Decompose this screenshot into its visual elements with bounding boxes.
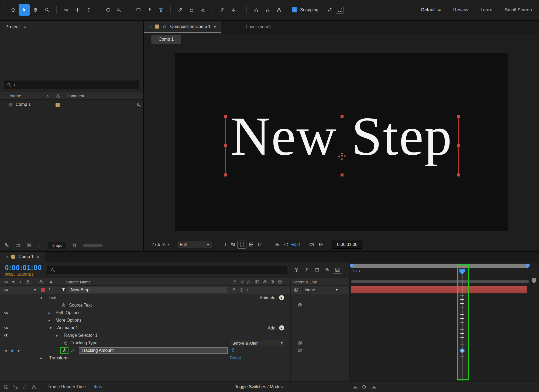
selection-handle[interactable] bbox=[457, 144, 460, 147]
property-group-animator1[interactable]: ▾ Animator 1 Add: ▶ bbox=[0, 324, 349, 332]
work-area-bar[interactable] bbox=[351, 264, 529, 268]
add-menu[interactable]: Add: ▶ bbox=[268, 325, 284, 331]
sort-asc-icon[interactable]: ▲ bbox=[46, 94, 49, 97]
column-name[interactable]: Name bbox=[10, 93, 21, 98]
timeline-zoom-slider[interactable] bbox=[362, 385, 366, 388]
video-column-icon[interactable] bbox=[4, 279, 9, 285]
in-out-panes-icon[interactable] bbox=[22, 384, 27, 389]
fx-header-icon[interactable]: fx bbox=[247, 280, 250, 284]
project-item-comp1[interactable]: Comp 1 bbox=[0, 101, 143, 109]
close-icon[interactable]: × bbox=[6, 254, 8, 259]
column-comment[interactable]: Comment bbox=[67, 93, 84, 98]
frame-blending-icon[interactable] bbox=[312, 266, 321, 274]
graph-editor-icon[interactable] bbox=[333, 266, 342, 274]
lock-column-icon[interactable] bbox=[25, 279, 30, 285]
tab-title[interactable]: Composition Comp 1 bbox=[170, 24, 210, 29]
next-keyframe-icon[interactable]: ▶ bbox=[18, 349, 20, 352]
new-folder-icon[interactable] bbox=[15, 243, 20, 248]
resolution-menu[interactable]: Full ▾ bbox=[176, 241, 212, 248]
reset-exposure-icon[interactable] bbox=[281, 241, 291, 249]
layer-visibility-icon[interactable] bbox=[4, 287, 9, 292]
hand-tool[interactable] bbox=[30, 4, 41, 16]
selection-handle[interactable] bbox=[457, 115, 460, 118]
fast-previews-icon[interactable] bbox=[219, 241, 228, 249]
selection-handle[interactable] bbox=[341, 174, 344, 176]
comp-selector-tab[interactable]: Comp 1 bbox=[151, 35, 181, 44]
property-row-tracking-amount[interactable]: ◀ ◆ ▶ Tracking Amount 0 @ bbox=[0, 347, 349, 354]
group-expander-icon[interactable]: ▾ bbox=[40, 296, 42, 300]
selection-handle[interactable] bbox=[341, 115, 344, 118]
layer-row[interactable]: ▾ 1 T New Step / @ None ▾ bbox=[0, 286, 349, 294]
group-label[interactable]: Path Options bbox=[56, 310, 81, 315]
view-layout-icon[interactable] bbox=[256, 241, 265, 249]
threed-header-icon[interactable] bbox=[277, 279, 283, 285]
home-tool[interactable] bbox=[7, 4, 19, 16]
property-pickwhip-icon[interactable]: @ bbox=[298, 340, 302, 346]
project-item-name[interactable]: Comp 1 bbox=[16, 102, 31, 107]
brush-tool[interactable] bbox=[174, 4, 186, 16]
solo-column-icon[interactable]: ● bbox=[19, 280, 21, 283]
property-row-source-text[interactable]: Source Text @ bbox=[0, 301, 349, 309]
time-navigator-bar[interactable] bbox=[351, 280, 529, 283]
property-row-tracking-type[interactable]: Tracking Type Before & After ▾ @ bbox=[0, 339, 349, 347]
group-label[interactable]: Transform bbox=[49, 356, 68, 360]
tracking-type-select[interactable]: Before & After ▾ bbox=[230, 340, 285, 346]
selection-tool[interactable] bbox=[19, 4, 30, 16]
label-color-chip[interactable] bbox=[56, 103, 60, 107]
property-label-selected[interactable]: Tracking Amount bbox=[79, 347, 228, 354]
label-column-icon[interactable] bbox=[39, 279, 44, 285]
grid-guides-icon[interactable] bbox=[246, 241, 256, 249]
toggle-switches-modes-button[interactable]: Toggle Switches / Modes bbox=[235, 384, 283, 389]
group-expander-icon[interactable]: ▸ bbox=[49, 311, 50, 315]
draft-3d-icon[interactable] bbox=[292, 266, 301, 274]
property-group-text[interactable]: ▾ Text Animate: ▶ bbox=[0, 294, 349, 301]
pan-camera-tool[interactable] bbox=[72, 4, 83, 16]
layer-label-color[interactable] bbox=[41, 288, 45, 292]
axis-view-tool[interactable] bbox=[273, 4, 284, 16]
add-keyframe-icon[interactable]: ◆ bbox=[11, 348, 14, 353]
column-parent-link[interactable]: Parent & Link bbox=[293, 280, 317, 284]
region-of-interest-icon[interactable] bbox=[237, 241, 246, 249]
snapping-control[interactable]: ✓ Snapping bbox=[292, 7, 318, 12]
workspace-menu-icon[interactable]: ≡ bbox=[438, 7, 441, 13]
composition-viewport[interactable]: New Step bbox=[175, 53, 508, 231]
layer-shy-icon[interactable] bbox=[231, 287, 236, 292]
axis-world-tool[interactable] bbox=[262, 4, 273, 16]
layer-quality-icon[interactable]: / bbox=[247, 287, 248, 292]
transform-reset-link[interactable]: Reset bbox=[230, 356, 241, 360]
shy-header-icon[interactable] bbox=[232, 279, 237, 285]
project-search-input[interactable]: ▾ bbox=[4, 81, 139, 89]
property-pickwhip-icon[interactable]: @ bbox=[298, 348, 302, 353]
property-label[interactable]: Tracking Type bbox=[71, 341, 98, 345]
visibility-icon[interactable] bbox=[4, 325, 9, 331]
column-number[interactable]: # bbox=[50, 280, 52, 284]
preview-timecode[interactable]: 0:00:01:00 bbox=[332, 241, 362, 249]
visibility-icon[interactable] bbox=[4, 310, 9, 315]
group-expander-icon[interactable]: ▸ bbox=[49, 318, 50, 322]
show-snapshot-icon[interactable] bbox=[316, 241, 325, 249]
property-group-range-selector[interactable]: ▸ Range Selector 1 bbox=[0, 332, 349, 339]
orbit-camera-tool[interactable] bbox=[60, 4, 72, 16]
tab-layer-none[interactable]: Layer (none) bbox=[239, 21, 278, 33]
selection-handle[interactable] bbox=[224, 115, 227, 118]
dolly-camera-tool[interactable] bbox=[83, 4, 94, 16]
frame-blend-header-icon[interactable] bbox=[255, 279, 260, 285]
tracking-amount-value[interactable]: 0 bbox=[231, 348, 235, 353]
type-tool[interactable]: T bbox=[155, 4, 167, 16]
timeline-tab-comp1[interactable]: × Comp 1 ≡ bbox=[0, 252, 45, 262]
panel-menu-icon[interactable]: ≡ bbox=[214, 24, 216, 29]
property-group-more-options[interactable]: ▸ More Options bbox=[0, 317, 349, 324]
workspace-review[interactable]: Review bbox=[453, 7, 468, 13]
layer-name-field[interactable]: New Step bbox=[68, 287, 227, 293]
expand-layers-icon[interactable] bbox=[4, 384, 9, 389]
puppet-pin-tool[interactable] bbox=[228, 4, 239, 16]
parent-pickwhip-icon[interactable]: @ bbox=[294, 287, 298, 293]
hide-shy-icon[interactable] bbox=[302, 266, 311, 274]
workspace-small-screen[interactable]: Small Screen bbox=[505, 7, 532, 13]
animate-menu-icon[interactable]: ▶ bbox=[279, 295, 284, 300]
current-timecode[interactable]: 0:00:01:00 bbox=[5, 263, 42, 272]
motion-blur-header-icon[interactable] bbox=[262, 279, 267, 285]
rectangle-tool[interactable] bbox=[133, 4, 144, 16]
audio-column-icon[interactable] bbox=[11, 279, 16, 285]
lock-icon[interactable] bbox=[162, 24, 167, 29]
